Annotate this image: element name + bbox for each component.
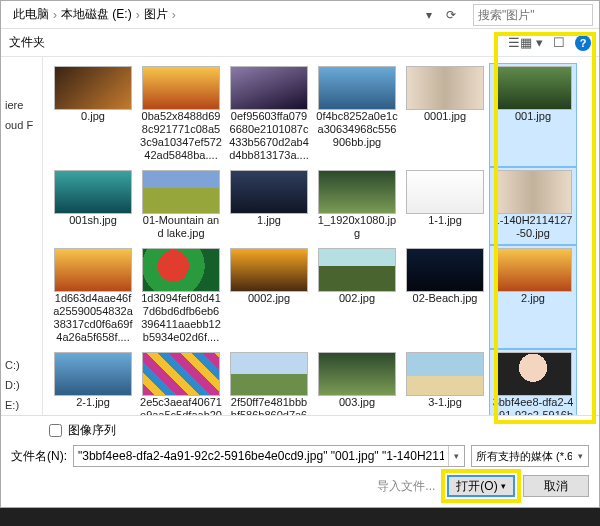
file-item[interactable]: 001sh.jpg bbox=[49, 167, 137, 245]
image-sequence-checkbox[interactable] bbox=[49, 424, 62, 437]
file-item[interactable]: 003.jpg bbox=[313, 349, 401, 415]
breadcrumb-seg[interactable]: 本地磁盘 (E:) bbox=[61, 6, 132, 23]
breadcrumb-sep: › bbox=[172, 8, 176, 22]
file-thumbnail bbox=[54, 66, 132, 110]
filename-combo[interactable]: ▾ bbox=[73, 445, 465, 467]
file-caption: 01-Mountain and lake.jpg bbox=[140, 214, 222, 240]
sidebar-item[interactable] bbox=[1, 295, 42, 315]
import-files-link[interactable]: 导入文件... bbox=[377, 478, 435, 495]
file-item[interactable]: 3bbf4ee8-dfa2-4a91-92c2-5916be4e0cd9.jpg bbox=[489, 349, 577, 415]
file-type-filter[interactable]: 所有支持的媒体 (*.64;*.3G2;* ▾ bbox=[471, 445, 589, 467]
file-item[interactable]: 001.jpg bbox=[489, 63, 577, 167]
sidebar-item[interactable] bbox=[1, 315, 42, 335]
breadcrumb-seg[interactable]: 此电脑 bbox=[13, 6, 49, 23]
chevron-down-icon: ▾ bbox=[501, 481, 506, 491]
file-caption: 1_1920x1080.jpg bbox=[316, 214, 398, 240]
file-caption: 1-1.jpg bbox=[404, 214, 486, 227]
file-thumbnail bbox=[230, 248, 308, 292]
file-caption: 1.jpg bbox=[228, 214, 310, 227]
file-thumbnail bbox=[318, 352, 396, 396]
breadcrumb-dropdown-icon[interactable]: ▾ bbox=[419, 5, 439, 25]
file-thumbnail bbox=[230, 352, 308, 396]
file-caption: 2-1.jpg bbox=[52, 396, 134, 409]
sidebar-item[interactable]: D:) bbox=[1, 375, 42, 395]
file-item[interactable]: 1d663d4aae46fa25590054832a38317cd0f6a69f… bbox=[49, 245, 137, 349]
file-item[interactable]: 002.jpg bbox=[313, 245, 401, 349]
filename-input[interactable] bbox=[74, 449, 448, 463]
file-thumbnail bbox=[142, 352, 220, 396]
file-item[interactable]: 01-Mountain and lake.jpg bbox=[137, 167, 225, 245]
search-input[interactable] bbox=[478, 8, 600, 22]
file-caption: 0002.jpg bbox=[228, 292, 310, 305]
file-thumbnail bbox=[406, 248, 484, 292]
search-box[interactable] bbox=[473, 4, 593, 26]
sidebar-item[interactable]: E:) bbox=[1, 395, 42, 415]
file-caption: 0ef95603ffa0796680e2101087c433b5670d2ab4… bbox=[228, 110, 310, 162]
file-thumbnail bbox=[494, 170, 572, 214]
cancel-button[interactable]: 取消 bbox=[523, 475, 589, 497]
file-thumbnail bbox=[142, 170, 220, 214]
view-mode-icon[interactable]: ☰▦ ▾ bbox=[508, 35, 543, 50]
file-thumbnail bbox=[494, 66, 572, 110]
file-thumbnail bbox=[406, 352, 484, 396]
sidebar-item[interactable]: iere bbox=[1, 95, 42, 115]
sidebar: iereoud FC:)D:)E:) bbox=[1, 57, 43, 415]
new-folder-label[interactable]: 文件夹 bbox=[9, 34, 45, 51]
file-item[interactable]: 02-Beach.jpg bbox=[401, 245, 489, 349]
file-item[interactable]: 1_1920x1080.jpg bbox=[313, 167, 401, 245]
file-open-dialog: 此电脑 › 本地磁盘 (E:) › 图片 › ▾ ⟳ 文件夹 ☰▦ ▾ ☐ ? … bbox=[0, 0, 600, 508]
sidebar-item[interactable] bbox=[1, 275, 42, 295]
file-item[interactable]: 0f4bc8252a0e1ca30634968c556906bb.jpg bbox=[313, 63, 401, 167]
file-item[interactable]: 2-1.jpg bbox=[49, 349, 137, 415]
filename-label: 文件名(N): bbox=[11, 448, 67, 465]
file-caption: 1-140H2114127-50.jpg bbox=[492, 214, 574, 240]
file-caption: 1d663d4aae46fa25590054832a38317cd0f6a69f… bbox=[52, 292, 134, 344]
file-caption: 2.jpg bbox=[492, 292, 574, 305]
help-icon[interactable]: ? bbox=[575, 35, 591, 51]
file-thumbnail bbox=[142, 248, 220, 292]
file-caption: 2f50ff7e481bbbbf586b860d7a698683d950973e… bbox=[228, 396, 310, 415]
file-item[interactable]: 0002.jpg bbox=[225, 245, 313, 349]
file-item[interactable]: 1.jpg bbox=[225, 167, 313, 245]
chevron-down-icon[interactable]: ▾ bbox=[572, 446, 588, 466]
sidebar-item[interactable] bbox=[1, 255, 42, 275]
file-caption: 3bbf4ee8-dfa2-4a91-92c2-5916be4e0cd9.jpg bbox=[492, 396, 574, 415]
file-caption: 003.jpg bbox=[316, 396, 398, 409]
file-item[interactable]: 0ef95603ffa0796680e2101087c433b5670d2ab4… bbox=[225, 63, 313, 167]
breadcrumb[interactable]: 此电脑 › 本地磁盘 (E:) › 图片 › bbox=[7, 6, 415, 23]
file-item[interactable]: 1d3094fef08d417d6bd6dfb6eb6396411aaebb12… bbox=[137, 245, 225, 349]
bottom-panel: 图像序列 文件名(N): ▾ 所有支持的媒体 (*.64;*.3G2;* ▾ 导… bbox=[1, 415, 599, 507]
file-thumbnail bbox=[142, 66, 220, 110]
file-thumbnail bbox=[230, 66, 308, 110]
file-item[interactable]: 1-140H2114127-50.jpg bbox=[489, 167, 577, 245]
file-item[interactable]: 2f50ff7e481bbbbf586b860d7a698683d950973e… bbox=[225, 349, 313, 415]
chevron-down-icon[interactable]: ▾ bbox=[448, 446, 464, 466]
file-item[interactable]: 1-1.jpg bbox=[401, 167, 489, 245]
refresh-icon[interactable]: ⟳ bbox=[441, 5, 461, 25]
file-item[interactable]: 2.jpg bbox=[489, 245, 577, 349]
sidebar-item[interactable]: oud F bbox=[1, 115, 42, 135]
sidebar-item[interactable]: C:) bbox=[1, 355, 42, 375]
file-caption: 02-Beach.jpg bbox=[404, 292, 486, 305]
sidebar-item[interactable] bbox=[1, 335, 42, 355]
file-item[interactable]: 3-1.jpg bbox=[401, 349, 489, 415]
file-thumbnail bbox=[318, 248, 396, 292]
file-item[interactable]: 0001.jpg bbox=[401, 63, 489, 167]
file-item[interactable]: 0ba52x8488d698c921771c08a53c9a10347ef572… bbox=[137, 63, 225, 167]
file-caption: 2e5c3aeaf40671e9aa5c5dfaab20e9e16c8d2e54… bbox=[140, 396, 222, 415]
view-details-icon[interactable]: ☐ bbox=[553, 35, 565, 50]
file-caption: 0ba52x8488d698c921771c08a53c9a10347ef572… bbox=[140, 110, 222, 162]
image-sequence-label: 图像序列 bbox=[68, 422, 116, 439]
file-caption: 001sh.jpg bbox=[52, 214, 134, 227]
file-thumbnail bbox=[494, 248, 572, 292]
file-caption: 001.jpg bbox=[492, 110, 574, 123]
file-thumbnail bbox=[54, 248, 132, 292]
file-item[interactable]: 0.jpg bbox=[49, 63, 137, 167]
file-caption: 1d3094fef08d417d6bd6dfb6eb6396411aaebb12… bbox=[140, 292, 222, 344]
file-thumbnail bbox=[54, 170, 132, 214]
file-item[interactable]: 2e5c3aeaf40671e9aa5c5dfaab20e9e16c8d2e54… bbox=[137, 349, 225, 415]
open-button[interactable]: 打开(O) ▾ bbox=[447, 475, 515, 497]
address-row: 此电脑 › 本地磁盘 (E:) › 图片 › ▾ ⟳ bbox=[1, 1, 599, 29]
file-thumbnail bbox=[318, 170, 396, 214]
breadcrumb-seg[interactable]: 图片 bbox=[144, 6, 168, 23]
